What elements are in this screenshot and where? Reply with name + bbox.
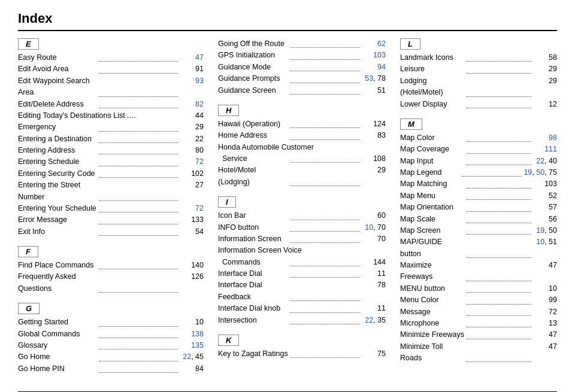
entry-minimize-freeways: Minimize Freeways 47 bbox=[400, 329, 557, 341]
entry-home-address: Home Address 83 bbox=[218, 130, 386, 141]
section-header-l: L bbox=[400, 38, 420, 50]
entry-hawaii: Hawaii (Operation) 124 bbox=[218, 118, 386, 130]
entry-getting-started: Getting Started 10 bbox=[18, 317, 204, 328]
entry-map-screen: Map Screen 19, 50 bbox=[400, 225, 557, 236]
entry-glossary: Glossary 135 bbox=[18, 340, 204, 351]
entry-commands: Commands 144 bbox=[218, 257, 386, 268]
entry-info-screen-voice: Information Screen Voice bbox=[218, 245, 386, 256]
entry-entering-schedule: Entering Schedule 72 bbox=[18, 156, 204, 168]
section-l: L Landmark Icons 58 Leisure 29 Lodging (… bbox=[400, 38, 557, 110]
entry-hotel-motel: Hotel/Motel (Lodging) 29 bbox=[218, 165, 386, 188]
entry-entering-address: Entering Address 80 bbox=[18, 145, 204, 156]
entry-microphone: Microphone 13 bbox=[400, 318, 557, 329]
entry-interface-dial-feedback: Interface Dial Feedback 78 bbox=[218, 279, 386, 303]
entry-guidance-prompts: Guidance Prompts 53, 78 bbox=[218, 73, 386, 84]
section-header-i: I bbox=[218, 196, 236, 208]
entry-lodging: Lodging (Hotel/Motel) 29 bbox=[400, 75, 557, 99]
entry-leisure: Leisure 29 bbox=[400, 63, 557, 75]
entry-map-input: Map Input 22, 40 bbox=[400, 156, 557, 167]
entry-landmark-icons: Landmark Icons 58 bbox=[400, 52, 557, 63]
entry-map-orientation: Map Orientation 57 bbox=[400, 202, 557, 213]
entry-edit-delete: Edit/Delete Address 82 bbox=[18, 99, 204, 110]
section-i: I Icon Bar 60 INFO button 10, 70 Informa… bbox=[218, 196, 386, 326]
entry-minimize-toll: Minimize Toll Roads 47 bbox=[400, 341, 557, 364]
entry-faq: Frequently Asked Questions 126 bbox=[18, 271, 204, 294]
entry-find-place: Find Place Commands 140 bbox=[18, 260, 204, 271]
entry-menu-button: MENU button 10 bbox=[400, 283, 557, 294]
section-header-m: M bbox=[400, 118, 422, 130]
entry-menu-color: Menu Color 99 bbox=[400, 294, 557, 306]
entry-error-message: Error Message 133 bbox=[18, 214, 204, 226]
entry-message: Message 72 bbox=[400, 306, 557, 318]
entry-honda-service: Service 108 bbox=[218, 153, 386, 165]
section-h: H Hawaii (Operation) 124 Home Address 83… bbox=[218, 105, 386, 188]
section-header-k: K bbox=[218, 335, 239, 346]
entry-go-home-pin: Go Home PIN 84 bbox=[18, 363, 204, 375]
page-title: Index bbox=[18, 11, 557, 31]
entry-entering-destination: Entering a Destination 22 bbox=[18, 133, 204, 145]
section-going: Going Off the Route 62 GPS Initializatio… bbox=[218, 38, 386, 96]
entry-guidance-screen: Guidance Screen 51 bbox=[218, 85, 386, 96]
entry-map-matching: Map Matching 103 bbox=[400, 178, 557, 190]
entry-map-coverage: Map Coverage 111 bbox=[400, 144, 557, 155]
section-e: E Easy Route 47 Edit Avoid Area 91 Edit … bbox=[18, 38, 204, 238]
section-header-g: G bbox=[18, 303, 40, 314]
section-k: K Key to Zagat Ratings 75 bbox=[218, 335, 386, 360]
entry-entering-security: Entering Security Code 102 bbox=[18, 168, 204, 180]
section-m: M Map Color 98 Map Coverage 111 Map Inpu… bbox=[400, 118, 557, 364]
entry-intersection: Intersection 22, 35 bbox=[218, 315, 386, 326]
section-header-f: F bbox=[18, 246, 38, 257]
entry-easy-route: Easy Route 47 bbox=[18, 52, 204, 63]
entry-key-zagat: Key to Zagat Ratings 75 bbox=[218, 348, 386, 360]
entry-entering-street: Entering the Street Number 27 bbox=[18, 180, 204, 203]
entry-edit-waypoint: Edit Waypoint Search Area 93 bbox=[18, 75, 204, 99]
entry-lower-display: Lower Display 12 bbox=[400, 99, 557, 110]
entry-edit-avoid-area: Edit Avoid Area 91 bbox=[18, 63, 204, 75]
entry-go-home: Go Home 22, 45 bbox=[18, 351, 204, 363]
section-header-h: H bbox=[218, 105, 239, 116]
entry-guidance-mode: Guidance Mode 94 bbox=[218, 62, 386, 73]
entry-map-legend: Map Legend 19, 50, 75 bbox=[400, 167, 557, 178]
entry-interface-dial-knob: Interface Dial knob 11 bbox=[218, 303, 386, 314]
column-left: E Easy Route 47 Edit Avoid Area 91 Edit … bbox=[18, 38, 204, 383]
entry-honda-customer: Honda Automobile Customer bbox=[218, 142, 386, 153]
entry-going-off-route: Going Off the Route 62 bbox=[218, 38, 386, 50]
entry-editing-today: Editing Today's Destinations List .... 4… bbox=[18, 110, 204, 121]
section-g: G Getting Started 10 Global Commands 138… bbox=[18, 303, 204, 375]
entry-info-button: INFO button 10, 70 bbox=[218, 222, 386, 233]
entry-map-menu: Map Menu 52 bbox=[400, 190, 557, 202]
entry-emergency: Emergency 29 bbox=[18, 121, 204, 133]
section-f: F Find Place Commands 140 Frequently Ask… bbox=[18, 246, 204, 294]
entry-info-screen: Information Screen 70 bbox=[218, 233, 386, 245]
entry-mapguide-button: MAP/GUIDE button 10, 51 bbox=[400, 236, 557, 260]
entry-gps-init: GPS Initialization 103 bbox=[218, 50, 386, 61]
entry-maximize-freeways: Maximize Freeways 47 bbox=[400, 260, 557, 283]
entry-interface-dial: Interface Dial 11 bbox=[218, 268, 386, 279]
section-header-e: E bbox=[18, 38, 39, 50]
entry-icon-bar: Icon Bar 60 bbox=[218, 210, 386, 221]
entry-exit-info: Exit Info 54 bbox=[18, 226, 204, 238]
entry-map-color: Map Color 98 bbox=[400, 132, 557, 144]
column-right: L Landmark Icons 58 Leisure 29 Lodging (… bbox=[400, 38, 557, 383]
column-middle: Going Off the Route 62 GPS Initializatio… bbox=[218, 38, 386, 383]
entry-map-scale: Map Scale 56 bbox=[400, 214, 557, 225]
entry-entering-your-schedule: Entering Your Schedule 72 bbox=[18, 203, 204, 214]
entry-global-commands: Global Commands 138 bbox=[18, 329, 204, 340]
